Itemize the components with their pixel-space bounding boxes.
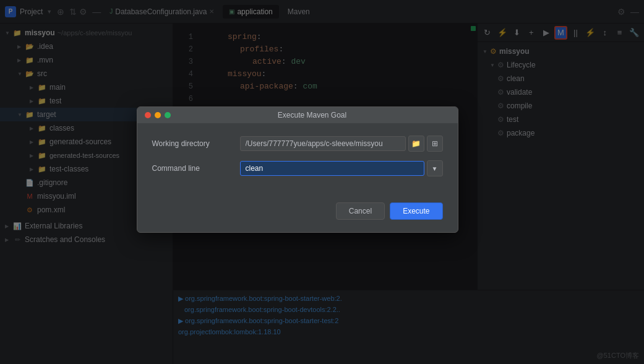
modal-overlay: Execute Maven Goal Working directory 📁 ⊞… bbox=[0, 0, 644, 364]
cancel-button[interactable]: Cancel bbox=[336, 202, 385, 220]
execute-button[interactable]: Execute bbox=[390, 202, 442, 220]
working-directory-row: Working directory 📁 ⊞ bbox=[152, 136, 443, 152]
modal-title-bar: Execute Maven Goal bbox=[137, 107, 458, 123]
working-directory-input[interactable] bbox=[240, 136, 406, 151]
command-line-dropdown-btn[interactable]: ▼ bbox=[427, 160, 443, 176]
modal-footer: Cancel Execute bbox=[137, 197, 458, 232]
command-line-input-group: ▼ bbox=[240, 160, 443, 176]
command-line-input[interactable] bbox=[240, 161, 424, 176]
command-line-row: Command line ▼ bbox=[152, 160, 443, 176]
browse-btn-2[interactable]: ⊞ bbox=[427, 136, 443, 152]
working-directory-input-group: 📁 ⊞ bbox=[240, 136, 443, 152]
command-line-label: Command line bbox=[152, 164, 233, 173]
modal-title: Execute Maven Goal bbox=[174, 111, 450, 119]
modal-traffic-red[interactable] bbox=[145, 112, 151, 118]
working-directory-label: Working directory bbox=[152, 139, 233, 148]
execute-maven-goal-modal: Execute Maven Goal Working directory 📁 ⊞… bbox=[137, 106, 458, 233]
modal-traffic-green[interactable] bbox=[165, 112, 171, 118]
modal-traffic-yellow[interactable] bbox=[155, 112, 161, 118]
modal-body: Working directory 📁 ⊞ Command line ▼ bbox=[137, 123, 458, 197]
browse-folder-btn[interactable]: 📁 bbox=[408, 136, 424, 152]
